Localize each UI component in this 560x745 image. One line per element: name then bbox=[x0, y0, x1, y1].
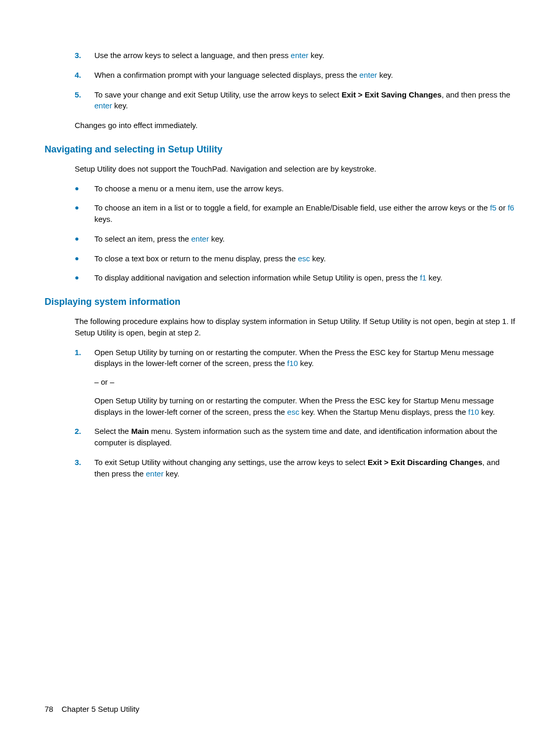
list-item: ● To close a text box or return to the m… bbox=[75, 253, 515, 264]
list-body: Open Setup Utility by turning on or rest… bbox=[94, 347, 515, 418]
page-footer: 78Chapter 5 Setup Utility bbox=[45, 704, 139, 715]
key-esc: esc bbox=[298, 254, 310, 263]
text: Use the arrow keys to select a language,… bbox=[94, 51, 291, 60]
key-enter: enter bbox=[359, 71, 377, 79]
text: key. bbox=[426, 273, 442, 282]
text: key. bbox=[309, 51, 325, 60]
list-body: To exit Setup Utility without changing a… bbox=[94, 457, 515, 480]
key-enter: enter bbox=[94, 101, 112, 110]
list-item: 4. When a confirmation prompt with your … bbox=[75, 69, 515, 81]
list-item: 1. Open Setup Utility by turning on or r… bbox=[75, 347, 515, 418]
text: To select an item, press the bbox=[94, 234, 191, 243]
text: key. bbox=[163, 469, 179, 478]
list-number: 3. bbox=[75, 50, 94, 61]
key-f10: f10 bbox=[468, 407, 479, 416]
list-number: 1. bbox=[75, 347, 94, 418]
list-body: To close a text box or return to the men… bbox=[94, 253, 515, 264]
list-body: When a confirmation prompt with your lan… bbox=[94, 69, 515, 81]
text: To display additional navigation and sel… bbox=[94, 273, 420, 282]
text: key. bbox=[377, 71, 393, 79]
menu-path: Exit > Exit Saving Changes bbox=[342, 90, 442, 99]
chapter-label: Chapter 5 Setup Utility bbox=[62, 705, 139, 713]
key-f10: f10 bbox=[287, 359, 298, 368]
list-item: ● To display additional navigation and s… bbox=[75, 272, 515, 284]
text: Select the bbox=[94, 427, 131, 435]
document-page: 3. Use the arrow keys to select a langua… bbox=[0, 0, 560, 745]
key-enter: enter bbox=[291, 51, 309, 60]
text: or bbox=[496, 203, 508, 212]
key-esc: esc bbox=[287, 407, 299, 416]
text: key. bbox=[479, 407, 495, 416]
text: To choose an item in a list or to toggle… bbox=[94, 203, 490, 212]
menu-main: Main bbox=[131, 427, 149, 435]
list-number: 5. bbox=[75, 89, 94, 112]
list-body: To save your change and exit Setup Utili… bbox=[94, 89, 515, 112]
list-item: 3. To exit Setup Utility without changin… bbox=[75, 457, 515, 480]
paragraph: Open Setup Utility by turning on or rest… bbox=[94, 395, 515, 418]
list-item: ● To choose a menu or a menu item, use t… bbox=[75, 183, 515, 194]
key-enter: enter bbox=[191, 234, 209, 243]
paragraph: Open Setup Utility by turning on or rest… bbox=[94, 347, 515, 370]
text: When a confirmation prompt with your lan… bbox=[94, 71, 359, 79]
bullet-icon: ● bbox=[75, 202, 94, 225]
paragraph: Setup Utility does not support the Touch… bbox=[75, 163, 515, 175]
bullet-icon: ● bbox=[75, 233, 94, 245]
text: key. bbox=[112, 101, 128, 110]
list-body: To choose a menu or a menu item, use the… bbox=[94, 183, 515, 194]
key-enter: enter bbox=[146, 469, 163, 478]
list-number: 4. bbox=[75, 69, 94, 81]
ordered-list-bottom: 1. Open Setup Utility by turning on or r… bbox=[75, 347, 515, 480]
list-item: 3. Use the arrow keys to select a langua… bbox=[75, 50, 515, 61]
paragraph: Changes go into effect immediately. bbox=[75, 120, 515, 131]
page-number: 78 bbox=[45, 705, 53, 713]
key-f1: f1 bbox=[420, 273, 427, 282]
list-body: Select the Main menu. System information… bbox=[94, 426, 515, 448]
ordered-list-top: 3. Use the arrow keys to select a langua… bbox=[75, 50, 515, 111]
heading-navigating: Navigating and selecting in Setup Utilit… bbox=[45, 143, 515, 156]
bullet-icon: ● bbox=[75, 272, 94, 284]
list-body: To choose an item in a list or to toggle… bbox=[94, 202, 515, 225]
text: key. bbox=[209, 234, 225, 243]
or-separator: – or – bbox=[94, 376, 515, 388]
text: key. bbox=[298, 359, 314, 368]
list-item: ● To select an item, press the enter key… bbox=[75, 233, 515, 245]
text: To close a text box or return to the men… bbox=[94, 254, 298, 263]
list-item: ● To choose an item in a list or to togg… bbox=[75, 202, 515, 225]
key-f5: f5 bbox=[490, 203, 497, 212]
list-body: Use the arrow keys to select a language,… bbox=[94, 50, 515, 61]
list-number: 3. bbox=[75, 457, 94, 480]
text: To exit Setup Utility without changing a… bbox=[94, 458, 368, 467]
text: key. bbox=[310, 254, 326, 263]
list-body: To select an item, press the enter key. bbox=[94, 233, 515, 245]
key-f6: f6 bbox=[508, 203, 514, 212]
list-item: 5. To save your change and exit Setup Ut… bbox=[75, 89, 515, 112]
text: keys. bbox=[94, 215, 113, 223]
text: , and then press the bbox=[442, 90, 511, 99]
bullet-icon: ● bbox=[75, 253, 94, 264]
list-number: 2. bbox=[75, 426, 94, 448]
text: menu. System information such as the sys… bbox=[94, 427, 497, 447]
menu-path: Exit > Exit Discarding Changes bbox=[368, 458, 482, 467]
text: To save your change and exit Setup Utili… bbox=[94, 90, 342, 99]
text: key. When the Startup Menu displays, pre… bbox=[299, 407, 468, 416]
list-body: To display additional navigation and sel… bbox=[94, 272, 515, 284]
paragraph: The following procedure explains how to … bbox=[75, 316, 515, 339]
heading-displaying: Displaying system information bbox=[45, 295, 515, 308]
bullet-icon: ● bbox=[75, 183, 94, 194]
bullet-list: ● To choose a menu or a menu item, use t… bbox=[75, 183, 515, 284]
text: To choose a menu or a menu item, use the… bbox=[94, 184, 284, 193]
list-item: 2. Select the Main menu. System informat… bbox=[75, 426, 515, 448]
